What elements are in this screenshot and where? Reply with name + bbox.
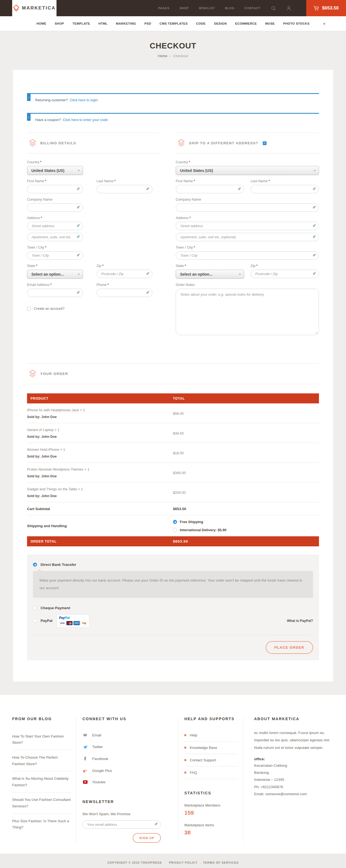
category-nav-item[interactable]: ECOMMERCE bbox=[235, 22, 257, 25]
help-link[interactable]: Help bbox=[184, 729, 238, 742]
billing-first-name-input[interactable] bbox=[27, 185, 83, 193]
help-link[interactable]: Knowladge Base bbox=[184, 742, 238, 754]
billing-phone-input[interactable] bbox=[97, 289, 152, 297]
cart-total: $653.50 bbox=[322, 5, 339, 11]
office-line: Ph. +6212345678 bbox=[254, 783, 334, 790]
help-link[interactable]: FAQ bbox=[184, 767, 238, 779]
category-nav-item[interactable]: CMS TEMPLATES bbox=[160, 22, 187, 25]
blog-post-link[interactable]: Plus Size Fashion: Is There Such a Thing… bbox=[12, 814, 71, 835]
shipping-apartment-input[interactable] bbox=[176, 233, 319, 241]
payment-footer: PLACE ORDER bbox=[33, 635, 313, 654]
field-label: Country bbox=[27, 160, 39, 164]
cheque-payment-option[interactable]: Cheque Payment bbox=[33, 606, 313, 610]
category-nav-item[interactable]: TEMPLATE bbox=[72, 22, 90, 25]
coupon-link[interactable]: Click here to enter your code bbox=[63, 118, 108, 122]
top-nav-item[interactable]: WISHLIST bbox=[199, 6, 215, 10]
category-nav-item[interactable]: DESIGN bbox=[214, 22, 227, 25]
help-column-title: HELP AND SUPPORTS bbox=[184, 717, 238, 721]
billing-last-name-input[interactable] bbox=[97, 185, 152, 193]
top-nav-item[interactable]: PAGES bbox=[158, 6, 170, 10]
youtube-link[interactable]: Youtube bbox=[82, 776, 171, 787]
shipping-street-address-input[interactable] bbox=[176, 222, 319, 230]
billing-state-field: State* Select an option... ▾ bbox=[27, 264, 83, 279]
required-mark: * bbox=[102, 264, 104, 268]
breadcrumb-home[interactable]: Home bbox=[158, 54, 167, 58]
login-link[interactable]: Click here to login bbox=[70, 98, 98, 102]
blog-post-link[interactable]: Should You Use Fashion Consultant Servic… bbox=[12, 793, 71, 813]
category-nav-item[interactable]: HOME bbox=[36, 22, 46, 25]
product-title: iPhone 5s with Headphones Jack × 1 bbox=[27, 408, 173, 412]
shipping-zip-input[interactable] bbox=[250, 270, 319, 278]
shipping-town-input[interactable] bbox=[176, 251, 319, 260]
top-nav-item[interactable]: SHOP bbox=[179, 6, 189, 10]
blog-post-link[interactable]: How To Start Your Own Fashion Store? bbox=[12, 729, 71, 750]
blog-links: How To Start Your Own Fashion Store?How … bbox=[12, 729, 71, 835]
create-account-checkbox[interactable] bbox=[27, 307, 31, 311]
privacy-policy-link[interactable]: PRIVACY POLICY bbox=[169, 861, 198, 864]
category-nav-item[interactable]: PHOTO STOCKS bbox=[283, 22, 310, 25]
facebook-link[interactable]: f Facebook bbox=[82, 752, 171, 765]
category-nav-item[interactable]: SHOP bbox=[55, 22, 64, 25]
order-rows: iPhone 5s with Headphones Jack × 1 Sold … bbox=[27, 403, 319, 502]
brand-logo[interactable]: MARKETICA bbox=[12, 0, 57, 16]
google-plus-link[interactable]: g+ Google Plus bbox=[82, 765, 171, 776]
billing-apartment-input[interactable] bbox=[27, 233, 83, 241]
newsletter-email-input[interactable] bbox=[82, 820, 161, 829]
category-nav-item[interactable]: HTML bbox=[98, 22, 108, 25]
shipping-state-select[interactable]: Select an option... ▾ bbox=[176, 270, 244, 279]
category-nav-item[interactable]: MARKETING bbox=[116, 22, 136, 25]
blog-post-link[interactable]: How To Choose The Perfect Fashion Store? bbox=[12, 750, 71, 771]
shipping-first-name-input[interactable] bbox=[176, 185, 244, 193]
help-link-label: Contact Support bbox=[190, 758, 216, 762]
shipping-last-name-input[interactable] bbox=[250, 185, 319, 193]
billing-town-input[interactable] bbox=[27, 251, 83, 260]
shipping-section: SHIP TO A DIFFERENT ADDRESS? ✓ Country* … bbox=[176, 133, 319, 340]
billing-state-select[interactable]: Select an option... ▾ bbox=[27, 270, 83, 279]
required-mark: * bbox=[108, 283, 109, 287]
top-nav-item[interactable]: BLOG bbox=[225, 6, 234, 10]
cart-subtotal-value: $653.50 bbox=[173, 507, 186, 511]
required-mark: * bbox=[185, 264, 186, 268]
social-label: Twitter bbox=[92, 745, 103, 749]
user-icon[interactable] bbox=[286, 6, 291, 11]
members-label: Marketplace Members bbox=[184, 803, 238, 807]
billing-company-input[interactable] bbox=[27, 203, 83, 212]
total-column-header: TOTAL bbox=[173, 397, 185, 400]
category-nav: » HOMESHOPTEMPLATEHTMLMARKETINGPSDCMS TE… bbox=[0, 16, 346, 31]
top-nav-item[interactable]: CONTACT bbox=[245, 6, 261, 10]
shipping-company-field: Company Name bbox=[176, 197, 319, 212]
email-link[interactable]: ✉ Email bbox=[82, 729, 171, 741]
discover-icon: DISC bbox=[80, 621, 87, 625]
notice-text: Returning customer? bbox=[35, 98, 68, 102]
place-order-button[interactable]: PLACE ORDER bbox=[266, 641, 313, 654]
help-link-label: Help bbox=[190, 733, 197, 737]
billing-country-select[interactable]: United States (US) ▾ bbox=[27, 166, 83, 175]
cart-button[interactable]: $653.50 bbox=[306, 0, 346, 16]
top-nav: PAGESSHOPWISHLISTBLOGCONTACT bbox=[158, 6, 260, 10]
international-delivery-option[interactable]: International Delivery: $5.90 bbox=[173, 528, 227, 532]
terms-link[interactable]: TERMS OF SERVICES bbox=[203, 861, 239, 864]
category-nav-item[interactable]: PSD bbox=[144, 22, 151, 25]
order-notes-textarea[interactable] bbox=[176, 289, 319, 335]
search-icon[interactable] bbox=[271, 6, 276, 11]
category-nav-item[interactable]: MUSE bbox=[265, 22, 275, 25]
twitter-link[interactable]: Twitter bbox=[82, 741, 171, 752]
selected-value: United States (US) bbox=[31, 168, 64, 173]
what-is-paypal-link[interactable]: What is PayPal? bbox=[287, 619, 313, 623]
help-link-label: FAQ bbox=[190, 771, 197, 775]
blog-post-link[interactable]: What is So Alluring About Celebrity Fash… bbox=[12, 771, 71, 793]
ship-different-checkbox[interactable]: ✓ bbox=[263, 141, 267, 145]
more-categories-icon[interactable]: » bbox=[322, 23, 326, 25]
shipping-company-input[interactable] bbox=[176, 203, 319, 212]
category-nav-item[interactable]: CODE bbox=[196, 22, 205, 25]
newsletter-signup-button[interactable]: SIGN UP bbox=[133, 833, 161, 843]
billing-street-address-input[interactable] bbox=[27, 222, 83, 230]
help-link[interactable]: Contact Support bbox=[184, 754, 238, 767]
paypal-option[interactable]: PayPal bbox=[33, 619, 53, 623]
free-shipping-option[interactable]: Free Shipping bbox=[173, 520, 227, 524]
billing-email-input[interactable] bbox=[27, 289, 83, 297]
shipping-country-select[interactable]: United States (US) ▾ bbox=[176, 166, 319, 175]
billing-zip-input[interactable] bbox=[97, 270, 152, 278]
footer: FROM OUR BLOG How To Start Your Own Fash… bbox=[0, 695, 346, 854]
bank-transfer-option[interactable]: Direct Bank Transfer bbox=[33, 563, 313, 567]
